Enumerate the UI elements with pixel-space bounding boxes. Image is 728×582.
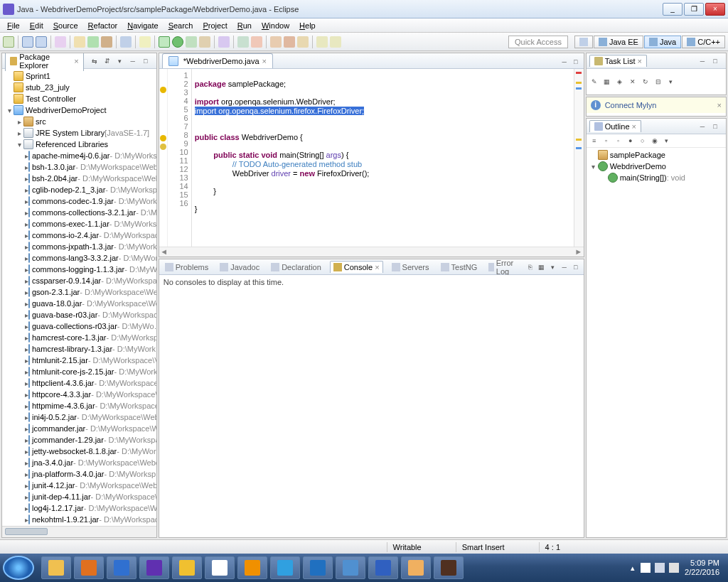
maximize-view-icon[interactable]: □ <box>710 122 720 131</box>
tree-item[interactable]: ▾WebdriverDemoProject <box>2 104 156 116</box>
tree-item[interactable]: ▸httpcore-4.3.3.jar - D:\MyWorkspace\… <box>2 389 156 400</box>
menu-help[interactable]: Help <box>295 20 320 31</box>
link-editor-icon[interactable]: ⇵ <box>102 56 112 66</box>
schedule-icon[interactable]: ◈ <box>615 77 625 87</box>
console-tab-console[interactable]: Console × <box>330 261 383 273</box>
save-all-icon[interactable] <box>36 36 47 48</box>
tree-item[interactable]: ▸cssparser-0.9.14.jar - D:\MyWorkspac… <box>2 275 156 286</box>
pin-console-icon[interactable]: ⎘ <box>525 262 535 272</box>
tree-item[interactable]: ▸bsh-1.3.0.jar - D:\MyWorkspace\Web… <box>2 161 156 173</box>
taskbar-app-9[interactable] <box>336 556 365 579</box>
taskbar-app-12[interactable] <box>434 556 464 579</box>
run-last-icon[interactable] <box>186 36 197 48</box>
tree-item[interactable]: ▸src <box>2 116 156 127</box>
git-icon[interactable] <box>284 36 295 48</box>
taskbar-app-7[interactable] <box>270 556 300 579</box>
tree-item[interactable]: ▸guava-18.0.jar - D:\MyWorkspace\We… <box>2 298 156 309</box>
tree-item[interactable]: ▸commons-collections-3.2.1.jar - D:\M… <box>2 207 156 218</box>
minimize-view-icon[interactable]: ─ <box>697 122 707 131</box>
hide-fields-icon[interactable]: ▫ <box>601 136 611 146</box>
tree-item[interactable]: ▸htmlunit-2.15.jar - D:\MyWorkspace\V… <box>2 355 156 366</box>
close-icon[interactable]: × <box>74 57 78 65</box>
run-ext-icon[interactable] <box>199 36 210 48</box>
scroll-right-icon[interactable]: ► <box>574 247 584 257</box>
scroll-left-icon[interactable]: ◄ <box>159 247 169 257</box>
maximize-console-icon[interactable]: □ <box>571 262 581 272</box>
outline-item[interactable]: ▾WebdriverDemo <box>587 161 726 172</box>
tree-item[interactable]: ▸hamcrest-core-1.3.jar - D:\MyWorksp… <box>2 332 156 343</box>
tree-item[interactable]: Sprint1 <box>2 70 156 82</box>
outline-tree[interactable]: samplePackage▾WebdriverDemomain(String[]… <box>587 148 726 537</box>
run-icon[interactable] <box>172 36 183 48</box>
tree-item[interactable]: ▸jna-platform-3.4.0.jar - D:\MyWorksp… <box>2 468 156 480</box>
save-icon[interactable] <box>22 36 33 48</box>
console-tab-servers[interactable]: Servers <box>389 262 432 273</box>
open-perspective-button[interactable] <box>574 36 593 48</box>
hide-nonpublic-icon[interactable]: ● <box>626 136 636 146</box>
menu-search[interactable]: Search <box>164 20 198 31</box>
quickfix-marker-icon[interactable] <box>160 144 166 150</box>
taskbar-app-2[interactable] <box>107 556 136 579</box>
perspective-java-ee[interactable]: Java EE <box>594 36 643 48</box>
menu-source[interactable]: Source <box>49 20 82 31</box>
maximize-view-icon[interactable]: □ <box>141 56 151 66</box>
tree-item[interactable]: ▾Referenced Libraries <box>2 139 156 150</box>
mylyn-connect-link[interactable]: Connect Mylyn <box>605 101 657 109</box>
code-editor[interactable]: package samplePackage; import org.openqa… <box>192 69 574 247</box>
minimize-view-icon[interactable]: ─ <box>128 56 138 66</box>
debug-icon[interactable] <box>159 36 170 48</box>
taskbar-app-10[interactable] <box>368 556 398 579</box>
search-icon[interactable] <box>139 36 151 48</box>
editor-tab[interactable]: *WebdriverDemo.java × <box>162 53 273 68</box>
tree-item[interactable]: ▸httpclient-4.3.6.jar - D:\MyWorkspace… <box>2 377 156 389</box>
start-button[interactable] <box>3 556 34 580</box>
focus-task-icon[interactable]: ◉ <box>650 136 660 146</box>
tree-item[interactable]: ▸htmlunit-core-js-2.15.jar - D:\MyWork… <box>2 366 156 377</box>
close-icon[interactable]: × <box>262 57 267 65</box>
warning-marker-icon[interactable] <box>160 87 166 93</box>
overview-ruler[interactable] <box>574 69 584 247</box>
package-explorer-tree[interactable]: Sprint1stub_23_julyTest Controller▾Webdr… <box>2 69 156 526</box>
minimize-editor-icon[interactable]: ─ <box>560 57 569 67</box>
perspective-java[interactable]: Java <box>644 36 681 48</box>
tree-item[interactable]: ▸junit-dep-4.11.jar - D:\MyWorkspace\… <box>2 491 156 502</box>
minimize-console-icon[interactable]: ─ <box>560 262 569 272</box>
collapse-icon[interactable]: ⊟ <box>653 77 663 87</box>
warning-marker-icon[interactable] <box>160 135 166 141</box>
console-tab-testng[interactable]: TestNG <box>438 262 481 273</box>
tree-item[interactable]: ▸jcommander.jar - D:\MyWorkspace\W… <box>2 423 156 434</box>
tree-item[interactable]: ▸ini4j-0.5.2.jar - D:\MyWorkspace\Web… <box>2 411 156 423</box>
tray-arrow-icon[interactable]: ▴ <box>631 564 635 573</box>
tree-item[interactable]: ▸log4j-1.2.17.jar - D:\MyWorkspace\We… <box>2 502 156 514</box>
mylyn-connect-panel[interactable]: i Connect Mylyn × <box>586 97 727 117</box>
close-button[interactable]: × <box>705 3 725 16</box>
menu-window[interactable]: Window <box>257 20 294 31</box>
testng-icon[interactable] <box>237 36 249 48</box>
open-type-icon[interactable] <box>120 36 132 48</box>
taskbar-app-6[interactable] <box>237 556 267 579</box>
tray-icons[interactable] <box>641 563 679 573</box>
tree-item[interactable]: ▸JRE System Library[JavaSE-1.7] <box>2 127 156 139</box>
close-icon[interactable]: × <box>717 101 722 109</box>
new-task-icon[interactable]: ✎ <box>589 77 599 87</box>
sort-icon[interactable]: ≡ <box>589 136 599 146</box>
menu-file[interactable]: File <box>3 20 24 31</box>
close-icon[interactable]: × <box>637 57 641 65</box>
new-icon[interactable] <box>3 36 14 48</box>
focus-icon[interactable]: ✕ <box>628 77 638 87</box>
taskbar-app-1[interactable] <box>74 556 104 579</box>
h-scrollbar[interactable] <box>2 526 156 537</box>
build-icon[interactable] <box>74 36 85 48</box>
perspective-c-c-[interactable]: C/C++ <box>682 36 725 48</box>
tree-item[interactable]: ▸bsh-2.0b4.jar - D:\MyWorkspace\Web… <box>2 173 156 184</box>
tree-item[interactable]: ▸commons-codec-1.9.jar - D:\MyWork… <box>2 195 156 207</box>
maven-icon[interactable] <box>270 36 282 48</box>
tree-item[interactable]: ▸gson-2.3.1.jar - D:\MyWorkspace\Web… <box>2 286 156 298</box>
system-clock[interactable]: 5:09 PM 2/22/2016 <box>685 559 719 577</box>
new-server-icon[interactable] <box>218 36 230 48</box>
hide-static-icon[interactable]: ◦ <box>614 136 623 146</box>
hide-local-icon[interactable]: ○ <box>638 136 648 146</box>
tree-item[interactable]: ▸httpmime-4.3.6.jar - D:\MyWorkspace… <box>2 400 156 411</box>
outline-menu-icon[interactable]: ▾ <box>662 136 672 146</box>
categorize-icon[interactable]: ▦ <box>602 77 612 87</box>
